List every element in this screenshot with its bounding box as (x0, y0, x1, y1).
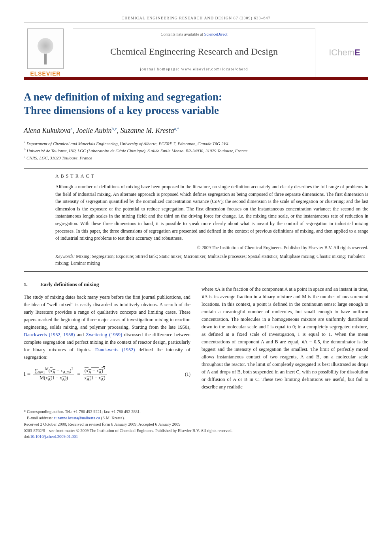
doi-line: doi:10.1016/j.cherd.2009.01.001 (24, 434, 368, 440)
equation-1: I = ∑m=1M(xA − xA,m)2 M(xA(1 − xA)) = (x… (24, 367, 190, 382)
section-1-number: 1. (24, 280, 40, 288)
article-title: A new definition of mixing and segregati… (24, 91, 368, 117)
article-history: Received 2 October 2008; Received in rev… (24, 421, 368, 428)
doi-label: doi: (24, 434, 30, 439)
email-line: E-mail address: suzanne.kresta@ualberta.… (24, 415, 368, 421)
title-line2: Three dimensions of a key process variab… (24, 104, 219, 116)
elsevier-tree-icon (27, 28, 64, 69)
cite-danckwerts-1952-1958[interactable]: Danckwerts (1952, 1958) (24, 332, 75, 337)
journal-title: Chemical Engineering Research and Design (75, 46, 313, 57)
equation-1-expr: I = ∑m=1M(xA − xA,m)2 M(xA(1 − xA)) = (x… (24, 367, 178, 382)
elsevier-logo-block: ELSEVIER (24, 28, 67, 77)
author-1-sup: a (70, 126, 72, 131)
p1a: The study of mixing dates back many year… (24, 294, 190, 330)
title-line1: A new definition of mixing and segregati… (24, 91, 222, 103)
keywords-label: Keywords: (55, 254, 75, 259)
doi-link[interactable]: 10.1016/j.cherd.2009.01.001 (30, 434, 78, 439)
author-3-sup: a,* (174, 126, 179, 131)
body-two-column: 1.Early definitions of mixing The study … (24, 280, 368, 396)
abstract-text: Although a number of definitions of mixi… (55, 183, 368, 242)
footnotes: * Corresponding author. Tel.: +1 780 492… (24, 406, 368, 440)
email-label: E-mail address: (27, 416, 54, 420)
corresponding-email-link[interactable]: suzanne.kresta@ualberta.ca (54, 416, 100, 420)
abstract-copyright: © 2009 The Institution of Chemical Engin… (55, 245, 368, 250)
masthead-center: Contents lists available at ScienceDirec… (73, 28, 315, 77)
abstract-label: ABSTRACT (55, 173, 368, 179)
sciencedirect-link[interactable]: ScienceDirect (204, 32, 228, 36)
elsevier-wordmark: ELSEVIER (30, 70, 60, 77)
author-list: Alena Kukukovaa, Joelle Aubinb,c, Suzann… (24, 126, 368, 135)
journal-homepage-line: journal homepage: www.elsevier.com/locat… (75, 67, 313, 71)
author-2-sup: b,c (112, 126, 117, 131)
column-left: 1.Early definitions of mixing The study … (24, 280, 190, 396)
equation-1-number: (1) (178, 371, 190, 378)
affiliation-a: Department of Chemical and Materials Eng… (26, 141, 228, 146)
keywords-list: Mixing; Segregation; Exposure; Stirred t… (55, 254, 365, 265)
section-1-para-2: where xA is the fraction of the componen… (202, 286, 368, 391)
affiliations: aDepartment of Chemical and Materials En… (24, 140, 368, 161)
running-head: CHEMICAL ENGINEERING RESEARCH AND DESIGN… (24, 16, 368, 23)
journal-masthead: ELSEVIER Contents lists available at Sci… (24, 28, 368, 80)
column-right: where xA is the fraction of the componen… (202, 280, 368, 396)
author-3: Suzanne M. Kresta (121, 127, 174, 134)
contents-prefix: Contents lists available at (160, 32, 204, 36)
contents-available-line: Contents lists available at ScienceDirec… (75, 32, 313, 36)
author-1: Alena Kukukova (24, 127, 70, 134)
issn-copyright: 0263-8762/$ – see front matter © 2009 Th… (24, 428, 368, 434)
icheme-logo: IChemE (329, 47, 360, 58)
corresponding-author: * Corresponding author. Tel.: +1 780 492… (24, 409, 368, 415)
p1b: and (75, 332, 86, 337)
icheme-text: IChem (329, 47, 354, 57)
keywords-block: Keywords: Mixing; Segregation; Exposure;… (55, 253, 368, 267)
cite-zweitering-1959[interactable]: Zweitering (1959) (86, 332, 122, 337)
cite-danckwerts-1952[interactable]: Danckwerts (1952) (95, 347, 135, 352)
affiliation-c: CNRS, LGC, 31029 Toulouse, France (26, 155, 92, 160)
author-2: Joelle Aubin (76, 127, 111, 134)
icheme-e: E (354, 47, 360, 57)
icheme-logo-block: IChemE (321, 28, 368, 77)
section-1-heading: 1.Early definitions of mixing (24, 280, 190, 288)
section-1-title: Early definitions of mixing (40, 281, 99, 287)
email-suffix: (S.M. Kresta). (100, 416, 125, 420)
affiliation-b: Université de Toulouse, INP, LGC (Labora… (27, 148, 248, 153)
section-1-para-1: The study of mixing dates back many year… (24, 294, 190, 361)
abstract-box: ABSTRACT Although a number of definition… (24, 168, 368, 272)
